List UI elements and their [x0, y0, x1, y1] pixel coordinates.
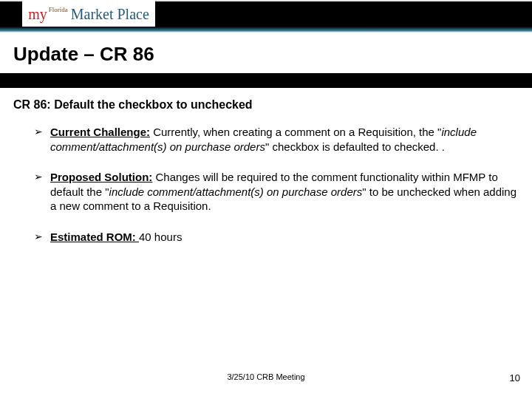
bullet-text-pre: Currently, when creating a comment on a …	[150, 126, 441, 138]
bullet-current-challenge: Current Challenge: Currently, when creat…	[34, 125, 519, 154]
bullet-label: Estimated ROM:	[50, 231, 139, 243]
logo: my Florida Market Place	[22, 0, 155, 28]
banner-gradient	[0, 27, 532, 33]
logo-market: Market Place	[71, 6, 149, 23]
subheading: CR 86: Default the checkbox to unchecked	[13, 98, 519, 112]
slide-title: Update – CR 86	[0, 33, 532, 73]
footer-meeting-label: 3/25/10 CRB Meeting	[227, 372, 304, 381]
divider-bar	[0, 73, 532, 88]
bullet-proposed-solution: Proposed Solution: Changes will be requi…	[34, 170, 519, 214]
bullet-list: Current Challenge: Currently, when creat…	[13, 125, 519, 244]
logo-florida: Florida	[49, 6, 68, 13]
top-banner: my Florida Market Place	[0, 0, 532, 33]
bullet-label: Current Challenge:	[50, 126, 150, 138]
bullet-text-italic: include comment/attachment(s) on purchas…	[109, 185, 363, 198]
bullet-estimated-rom: Estimated ROM: 40 hours	[34, 230, 519, 245]
page-number: 10	[510, 372, 520, 383]
content-area: CR 86: Default the checkbox to unchecked…	[0, 88, 532, 244]
footer: 3/25/10 CRB Meeting 10	[0, 372, 532, 387]
bullet-label: Proposed Solution:	[50, 171, 152, 183]
logo-my: my	[28, 6, 47, 23]
bullet-text-post: " checkbox is defaulted to checked. .	[265, 140, 445, 153]
bullet-text-pre: 40 hours	[139, 231, 182, 243]
